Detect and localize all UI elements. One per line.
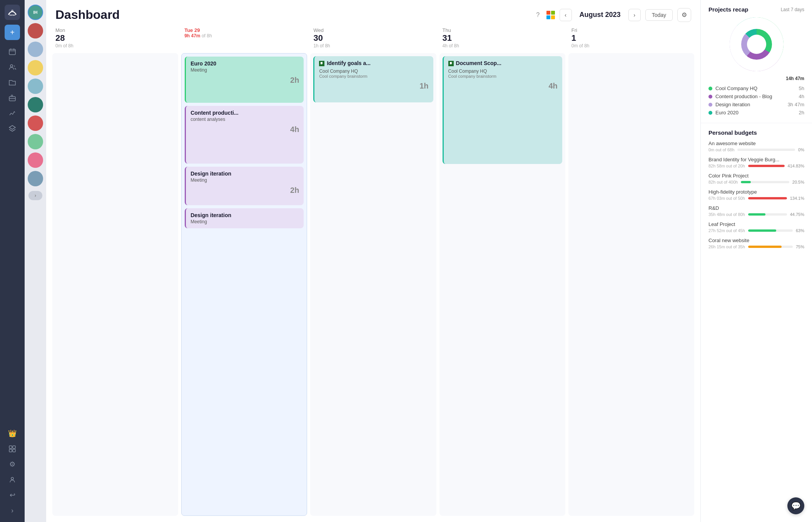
right-panel: Projects recap Last 7 days 14h 47m Cool … bbox=[700, 0, 812, 522]
chat-bubble[interactable]: 💬 bbox=[787, 497, 804, 514]
event-flag-icon2 bbox=[448, 61, 454, 66]
total-label: 14h 47m bbox=[708, 76, 804, 81]
month-label: August 2023 bbox=[576, 11, 624, 19]
pie-chart-container bbox=[730, 17, 784, 71]
main-header: Dashboard ? ‹ August 2023 › Today ⚙ bbox=[46, 0, 700, 26]
legend-dot-purple bbox=[708, 95, 712, 99]
pie-chart-conic bbox=[730, 17, 784, 71]
recap-period: Last 7 days bbox=[781, 7, 804, 12]
projects-recap: Projects recap Last 7 days 14h 47m Cool … bbox=[701, 0, 812, 123]
legend-dot-teal bbox=[708, 111, 712, 115]
sidebar-history-icon[interactable]: ↩ bbox=[5, 488, 19, 502]
day-headers: Mon 28 0m of 8h Tue 29 9h 47m of 8h Wed … bbox=[52, 26, 694, 50]
app-logo[interactable] bbox=[5, 5, 20, 20]
day-col-mon bbox=[52, 53, 178, 516]
day-header-wed: Wed 30 1h of 8h bbox=[310, 26, 436, 50]
sidebar: + 👑 ⚙ ↩ › bbox=[0, 0, 25, 522]
event-document-scope[interactable]: Document Scop... Cool Company HQ Cool co… bbox=[443, 56, 562, 164]
svg-point-8 bbox=[11, 477, 13, 480]
legend-design-iteration: Design iteration 3h 47m bbox=[708, 100, 804, 109]
avatar-1[interactable] bbox=[28, 23, 43, 38]
budget-color-pink: Color Pink Project 82h out of 400h 20.5% bbox=[708, 173, 804, 184]
budget-brand-identity: Brand Identity for Veggie Burg... 82h 58… bbox=[708, 157, 804, 168]
svg-rect-1 bbox=[9, 49, 15, 55]
legend-euro2020: Euro 2020 2h bbox=[708, 109, 804, 117]
calendar-settings-button[interactable]: ⚙ bbox=[677, 8, 691, 22]
day-col-wed: Identify goals a... Cool Company HQ Cool… bbox=[310, 53, 436, 516]
avatar-8[interactable] bbox=[28, 152, 43, 168]
day-header-thu: Thu 31 4h of 8h bbox=[439, 26, 565, 50]
avatar-0[interactable]: IH bbox=[28, 5, 43, 20]
sidebar-layers-icon[interactable] bbox=[5, 122, 19, 136]
expand-avatars[interactable]: › bbox=[28, 191, 42, 200]
event-identify-goals[interactable]: Identify goals a... Cool Company HQ Cool… bbox=[313, 56, 433, 102]
calendar-nav: ? ‹ August 2023 › Today ⚙ bbox=[533, 8, 691, 22]
budget-rd: R&D 35h 48m out of 80h 44.75% bbox=[708, 205, 804, 217]
svg-point-2 bbox=[10, 65, 13, 67]
cal-icons: ? bbox=[533, 10, 555, 20]
budget-high-fidelity: High-fidelity prototype 67h 03m out of 5… bbox=[708, 189, 804, 201]
svg-rect-6 bbox=[9, 449, 12, 452]
legend-content-production: Content production - Blog 4h bbox=[708, 92, 804, 100]
event-design-iteration-1[interactable]: Design iteration Meeting 2h bbox=[185, 167, 304, 205]
calendar-grid: Mon 28 0m of 8h Tue 29 9h 47m of 8h Wed … bbox=[46, 26, 700, 522]
avatar-2[interactable] bbox=[28, 42, 43, 57]
day-header-mon: Mon 28 0m of 8h bbox=[52, 26, 178, 50]
sidebar-user-icon[interactable] bbox=[5, 473, 19, 487]
budget-leaf: Leaf Project 27h 52m out of 45h 63% bbox=[708, 221, 804, 233]
avatar-7[interactable] bbox=[28, 134, 43, 149]
day-header-tue: Tue 29 9h 47m of 8h bbox=[181, 26, 307, 50]
today-button[interactable]: Today bbox=[645, 9, 673, 21]
budget-awesome-website: An awesome website 0m out of 68h 0% bbox=[708, 141, 804, 152]
avatar-5[interactable] bbox=[28, 97, 43, 112]
sidebar-briefcase-icon[interactable] bbox=[5, 91, 19, 105]
day-col-fri bbox=[568, 53, 694, 516]
day-col-tue: Euro 2020 Meeting 2h Content producti...… bbox=[181, 53, 307, 516]
help-icon[interactable]: ? bbox=[533, 10, 543, 20]
legend-dot-green bbox=[708, 87, 712, 90]
budget-coral: Coral new website 26h 15m out of 35h 75% bbox=[708, 238, 804, 249]
event-content-production[interactable]: Content producti... content analyses 4h bbox=[185, 106, 304, 164]
sidebar-crown-icon[interactable]: 👑 bbox=[5, 427, 19, 440]
svg-rect-5 bbox=[13, 446, 15, 448]
svg-rect-7 bbox=[13, 449, 15, 452]
avatar-3[interactable] bbox=[28, 60, 43, 75]
legend: Cool Company HQ 5h Content production - … bbox=[708, 84, 804, 117]
sidebar-settings-icon[interactable]: ⚙ bbox=[5, 457, 19, 471]
avatar-4[interactable] bbox=[28, 79, 43, 94]
day-col-thu: Document Scop... Cool Company HQ Cool co… bbox=[439, 53, 565, 516]
sidebar-calendar-icon[interactable] bbox=[5, 45, 19, 59]
legend-dot-light-purple bbox=[708, 103, 712, 107]
sidebar-folder-icon[interactable] bbox=[5, 75, 19, 89]
avatar-9[interactable] bbox=[28, 171, 43, 186]
recap-header: Projects recap Last 7 days bbox=[708, 6, 804, 13]
avatar-list: IH › bbox=[25, 0, 46, 522]
avatar-6[interactable] bbox=[28, 115, 43, 131]
sidebar-chart-icon[interactable] bbox=[5, 106, 19, 120]
recap-title: Projects recap bbox=[708, 6, 748, 13]
sidebar-expand-icon[interactable]: › bbox=[5, 504, 19, 517]
page-title: Dashboard bbox=[55, 8, 120, 22]
svg-rect-4 bbox=[9, 446, 12, 448]
sidebar-blocks-icon[interactable] bbox=[5, 442, 19, 456]
next-month-button[interactable]: › bbox=[628, 9, 641, 21]
day-header-fri: Fri 1 0m of 8h bbox=[568, 26, 694, 50]
event-flag-icon bbox=[319, 61, 324, 66]
sidebar-users-icon[interactable] bbox=[5, 60, 19, 74]
event-design-iteration-2[interactable]: Design iteration Meeting bbox=[185, 208, 304, 228]
legend-cool-company: Cool Company HQ 5h bbox=[708, 84, 804, 92]
add-button[interactable]: + bbox=[5, 25, 20, 40]
day-columns: Euro 2020 Meeting 2h Content producti...… bbox=[52, 53, 694, 516]
microsoft-icon bbox=[546, 11, 555, 19]
budgets-title: Personal budgets bbox=[708, 129, 804, 136]
svg-point-0 bbox=[11, 10, 13, 12]
event-euro2020[interactable]: Euro 2020 Meeting 2h bbox=[185, 57, 304, 103]
personal-budgets: Personal budgets An awesome website 0m o… bbox=[701, 123, 812, 260]
main-content: Dashboard ? ‹ August 2023 › Today ⚙ Mon … bbox=[46, 0, 700, 522]
prev-month-button[interactable]: ‹ bbox=[560, 9, 572, 21]
